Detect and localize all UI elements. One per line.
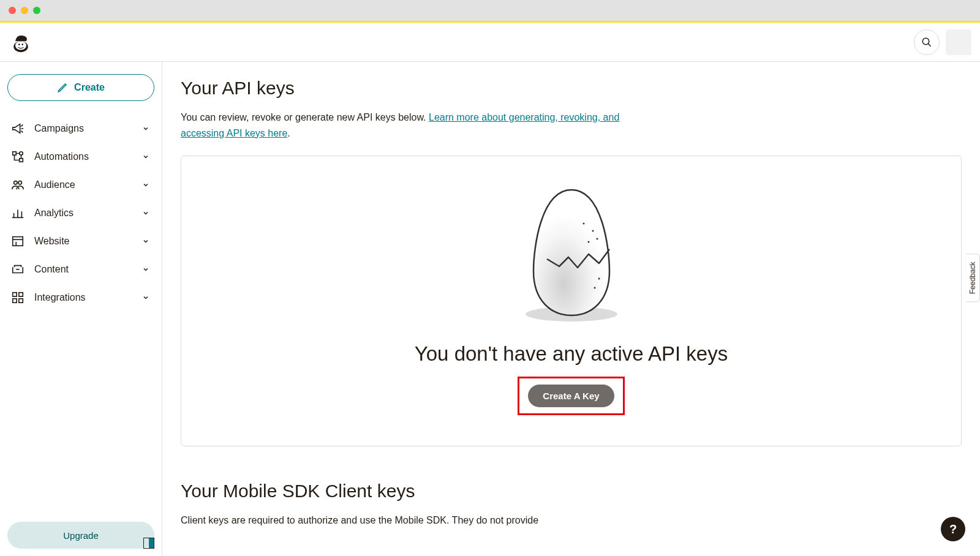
account-menu[interactable] xyxy=(946,29,971,55)
chevron-down-icon xyxy=(141,208,151,218)
search-button[interactable] xyxy=(914,29,940,55)
pencil-icon xyxy=(57,82,68,93)
empty-state-title: You don't have any active API keys xyxy=(415,342,728,366)
analytics-icon xyxy=(11,206,24,220)
svg-point-28 xyxy=(598,278,600,280)
svg-point-9 xyxy=(14,181,17,185)
svg-point-27 xyxy=(596,238,598,240)
sidebar-item-label: Website xyxy=(34,236,131,247)
brand-logo[interactable] xyxy=(9,30,33,54)
window-title-bar xyxy=(0,0,980,21)
sidebar-item-label: Automations xyxy=(34,151,131,162)
svg-point-3 xyxy=(21,43,23,45)
chevron-down-icon xyxy=(141,265,151,274)
svg-point-26 xyxy=(587,241,589,243)
chevron-down-icon xyxy=(141,180,151,190)
sidebar-item-integrations[interactable]: Integrations xyxy=(7,284,154,312)
svg-rect-15 xyxy=(13,237,23,246)
annotation-highlight: Create A Key xyxy=(518,377,624,415)
svg-line-5 xyxy=(928,43,931,47)
svg-point-4 xyxy=(922,38,929,45)
sidebar-item-website[interactable]: Website xyxy=(7,227,154,255)
collapse-sidebar-icon[interactable] xyxy=(143,538,154,549)
sdk-section-description: Client keys are required to authorize an… xyxy=(181,513,597,528)
integrations-icon xyxy=(11,291,24,304)
sidebar-item-automations[interactable]: Automations xyxy=(7,143,154,171)
svg-point-2 xyxy=(18,43,20,45)
sidebar-item-audience[interactable]: Audience xyxy=(7,171,154,199)
help-icon: ? xyxy=(949,522,957,536)
svg-rect-20 xyxy=(19,293,23,296)
description-prefix: You can review, revoke or generate new A… xyxy=(181,112,429,122)
automations-icon xyxy=(11,150,24,163)
svg-point-29 xyxy=(594,287,595,289)
sidebar: Create Campaigns Automations Audience xyxy=(0,62,162,556)
mailchimp-logo-icon xyxy=(10,31,32,53)
traffic-light-zoom-icon[interactable] xyxy=(33,7,40,14)
egg-icon xyxy=(504,181,639,328)
chevron-down-icon xyxy=(141,152,151,162)
page-description: You can review, revoke or generate new A… xyxy=(181,110,658,141)
traffic-light-close-icon[interactable] xyxy=(9,7,16,14)
create-button-label: Create xyxy=(74,82,105,93)
website-icon xyxy=(11,235,24,248)
svg-point-10 xyxy=(18,181,21,185)
megaphone-icon xyxy=(11,122,24,135)
create-key-button[interactable]: Create A Key xyxy=(528,385,614,407)
feedback-label: Feedback xyxy=(968,262,977,295)
svg-rect-21 xyxy=(13,299,17,302)
empty-state-card: You don't have any active API keys Creat… xyxy=(181,156,962,446)
svg-rect-19 xyxy=(13,293,17,296)
svg-rect-7 xyxy=(20,159,23,162)
sidebar-item-label: Integrations xyxy=(34,292,131,303)
app-header xyxy=(0,23,980,62)
traffic-light-minimize-icon[interactable] xyxy=(21,7,28,14)
search-icon xyxy=(921,37,932,48)
svg-rect-6 xyxy=(13,152,17,156)
svg-point-8 xyxy=(20,152,23,156)
audience-icon xyxy=(11,178,24,192)
create-key-button-label: Create A Key xyxy=(543,391,599,401)
sidebar-item-campaigns[interactable]: Campaigns xyxy=(7,115,154,143)
sidebar-item-label: Analytics xyxy=(34,208,131,219)
upgrade-button-label: Upgrade xyxy=(63,530,99,541)
sidebar-item-label: Content xyxy=(34,264,131,275)
content-icon xyxy=(11,263,24,276)
svg-rect-22 xyxy=(19,299,23,302)
chevron-down-icon xyxy=(141,293,151,302)
sidebar-item-label: Audience xyxy=(34,179,131,190)
sidebar-item-content[interactable]: Content xyxy=(7,255,154,284)
create-button[interactable]: Create xyxy=(7,74,154,101)
sidebar-item-label: Campaigns xyxy=(34,123,131,134)
sidebar-item-analytics[interactable]: Analytics xyxy=(7,199,154,227)
page-title: Your API keys xyxy=(181,78,962,99)
description-suffix: . xyxy=(287,128,290,138)
feedback-tab[interactable]: Feedback xyxy=(966,254,980,302)
sdk-section-title: Your Mobile SDK Client keys xyxy=(181,481,962,502)
help-button[interactable]: ? xyxy=(941,517,965,541)
svg-point-24 xyxy=(582,223,584,225)
chevron-down-icon xyxy=(141,124,151,133)
main-content: Your API keys You can review, revoke or … xyxy=(162,62,980,556)
empty-state-illustration xyxy=(504,181,639,328)
upgrade-button[interactable]: Upgrade xyxy=(7,522,154,549)
svg-point-25 xyxy=(592,230,594,232)
chevron-down-icon xyxy=(141,236,151,246)
